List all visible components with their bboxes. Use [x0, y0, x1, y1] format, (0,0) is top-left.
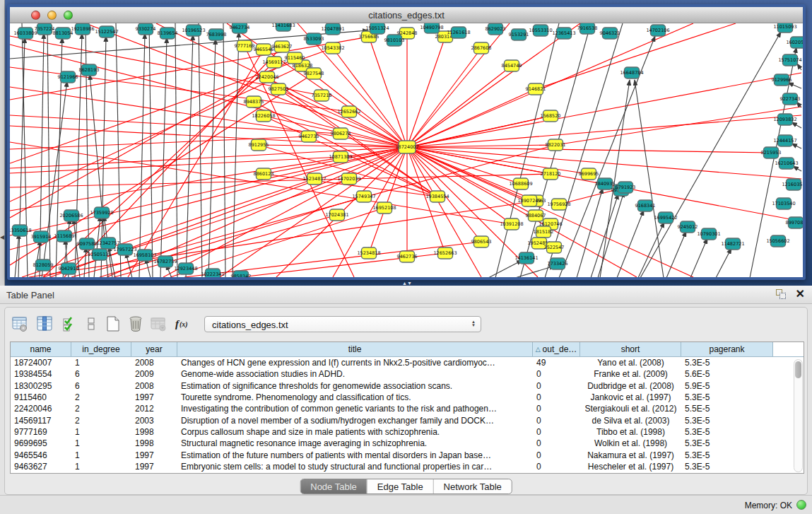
graph-node[interactable]: 8813054: [53, 28, 73, 39]
graph-node[interactable]: 15122547: [95, 26, 118, 37]
graph-node[interactable]: 12652662: [337, 106, 360, 117]
table-row[interactable]: 1830029562008Estimation of significance …: [11, 380, 804, 392]
graph-node[interactable]: 6791923: [616, 182, 636, 193]
graph-node[interactable]: 9330274: [136, 23, 156, 35]
graph-node[interactable]: 16020512: [786, 37, 803, 48]
graph-node[interactable]: 9153291: [509, 29, 529, 40]
graph-node[interactable]: 9097588: [77, 238, 98, 250]
graph-node[interactable]: 12160351: [782, 179, 803, 190]
graph-node[interactable]: 16952108: [372, 202, 396, 214]
graph-node[interactable]: 9827503: [269, 83, 289, 95]
graph-node[interactable]: 3915914: [31, 231, 52, 243]
graph-node[interactable]: 8997081: [786, 217, 803, 228]
close-panel-icon[interactable]: ✕: [796, 287, 805, 300]
west-panel-collapsed[interactable]: ◀: [0, 0, 5, 286]
graph-node[interactable]: 17024381: [325, 209, 348, 221]
graph-node[interactable]: 8139654: [158, 28, 178, 39]
graph-node[interactable]: 15749347: [352, 191, 375, 202]
graph-node[interactable]: 9858342: [231, 271, 252, 277]
graph-node[interactable]: 9121966: [58, 71, 78, 83]
graph-node[interactable]: 8533093: [304, 33, 324, 45]
select-all-columns-button[interactable]: [60, 315, 78, 333]
graph-node[interactable]: 17103540: [772, 198, 795, 209]
graph-node[interactable]: 8628193: [79, 64, 100, 76]
graph-node[interactable]: 16995422: [654, 212, 677, 223]
graph-node[interactable]: 9463627: [272, 41, 293, 52]
graph-node[interactable]: 8128059: [33, 259, 54, 271]
graph-node[interactable]: 12047891: [321, 23, 344, 35]
column-header-name[interactable]: name: [11, 342, 71, 357]
graph-node[interactable]: 9806274: [331, 128, 351, 139]
tab-network-table[interactable]: Network Table: [434, 479, 512, 493]
graph-node[interactable]: 7357224: [35, 23, 55, 35]
function-builder-button[interactable]: f(x): [174, 315, 192, 333]
graph-node[interactable]: 2867608: [471, 42, 492, 54]
column-header-out_de[interactable]: △out_de…: [533, 342, 580, 357]
memory-status-icon[interactable]: [796, 500, 806, 510]
graph-node[interactable]: 16648784: [620, 67, 643, 78]
graph-node[interactable]: 10688609: [509, 178, 532, 189]
graph-node[interactable]: 7357218: [312, 90, 332, 101]
graph-node[interactable]: 1568520: [541, 110, 561, 122]
graph-node[interactable]: 9884067: [526, 210, 546, 221]
table-row[interactable]: 977716911998Corpus callosum shape and si…: [11, 426, 804, 438]
graph-node[interactable]: 18724007: [395, 141, 418, 153]
tab-node-table[interactable]: Node Table: [300, 479, 367, 493]
graph-node[interactable]: 9462735: [299, 131, 319, 142]
graph-node[interactable]: 10790301: [697, 228, 720, 240]
graph-node[interactable]: 10553310: [529, 25, 552, 36]
table-row[interactable]: 1938455462009Genome-wide association stu…: [11, 368, 804, 380]
graph-node[interactable]: 8629023: [486, 23, 506, 35]
table-row[interactable]: 969969511998Structural magnetic resonanc…: [11, 438, 804, 449]
delete-column-button[interactable]: [126, 315, 145, 333]
graph-node[interactable]: 14702039: [337, 173, 360, 185]
table-row[interactable]: 911546021997Tourette syndrome. Phenomeno…: [11, 392, 804, 403]
graph-node[interactable]: 15056602: [766, 235, 789, 247]
column-header-year[interactable]: year: [131, 342, 177, 357]
graph-node[interactable]: 9810103: [384, 35, 405, 46]
graph-node[interactable]: 9042914: [59, 263, 79, 274]
network-canvas[interactable]: 8860123891295518226058982750381863281054…: [10, 23, 803, 277]
tab-edge-table[interactable]: Edge Table: [367, 479, 434, 493]
graph-node[interactable]: 15751074: [778, 54, 801, 66]
graph-node[interactable]: 8948375: [244, 96, 264, 107]
unselect-all-columns-button[interactable]: [82, 315, 100, 333]
graph-node[interactable]: 8215953: [761, 147, 782, 158]
graph-node[interactable]: 11015093: [773, 23, 796, 33]
graph-node[interactable]: 8454749: [502, 60, 522, 71]
graph-node[interactable]: 15234818: [357, 247, 380, 259]
column-header-in_degree[interactable]: in_degree: [71, 342, 131, 357]
graph-node[interactable]: 12652663: [433, 247, 457, 259]
scrollbar-thumb[interactable]: [795, 361, 801, 378]
column-header-title[interactable]: title: [177, 342, 533, 357]
graph-node[interactable]: 7683998: [206, 29, 227, 40]
graph-node[interactable]: 9462734: [230, 23, 250, 33]
graph-node[interactable]: 7916538: [577, 23, 598, 34]
splitter-handle[interactable]: ▲▼: [402, 281, 412, 286]
graph-node[interactable]: 15234817: [302, 173, 326, 185]
graph-node[interactable]: 8822031: [546, 139, 566, 151]
graph-node[interactable]: 11482721: [721, 238, 744, 250]
graph-node[interactable]: 1733426: [548, 258, 568, 269]
network-window-titlebar[interactable]: citations_edges.txt: [10, 7, 803, 23]
graph-node[interactable]: 9245012: [678, 221, 698, 233]
graph-node[interactable]: 10222341: [201, 269, 224, 277]
collapse-arrow-icon[interactable]: ◀: [0, 234, 4, 240]
graph-node[interactable]: 9827548: [304, 68, 324, 79]
graph-node[interactable]: 9129966: [772, 74, 792, 86]
graph-node[interactable]: 10543382: [321, 42, 344, 54]
graph-node[interactable]: 12505135: [88, 249, 111, 260]
table-row[interactable]: 946362711997Embryonic stem cells: a mode…: [11, 461, 804, 472]
graph-node[interactable]: 10196523: [182, 25, 205, 36]
graph-node[interactable]: 9465546: [254, 44, 274, 55]
graph-node[interactable]: 9777169: [235, 40, 255, 52]
table-row[interactable]: 1872400712008Changes of HCN gene express…: [11, 357, 804, 368]
graph-node[interactable]: 8912955: [249, 139, 269, 151]
column-header-short[interactable]: short: [580, 342, 681, 357]
graph-node[interactable]: 9146821: [526, 83, 546, 95]
column-header-pagerank[interactable]: pagerank: [681, 342, 773, 357]
graph-node[interactable]: 1115689: [54, 230, 75, 242]
graph-node[interactable]: 8860123: [254, 168, 274, 180]
graph-node[interactable]: 19756928: [547, 199, 570, 210]
graph-node[interactable]: 2522547: [544, 242, 565, 253]
